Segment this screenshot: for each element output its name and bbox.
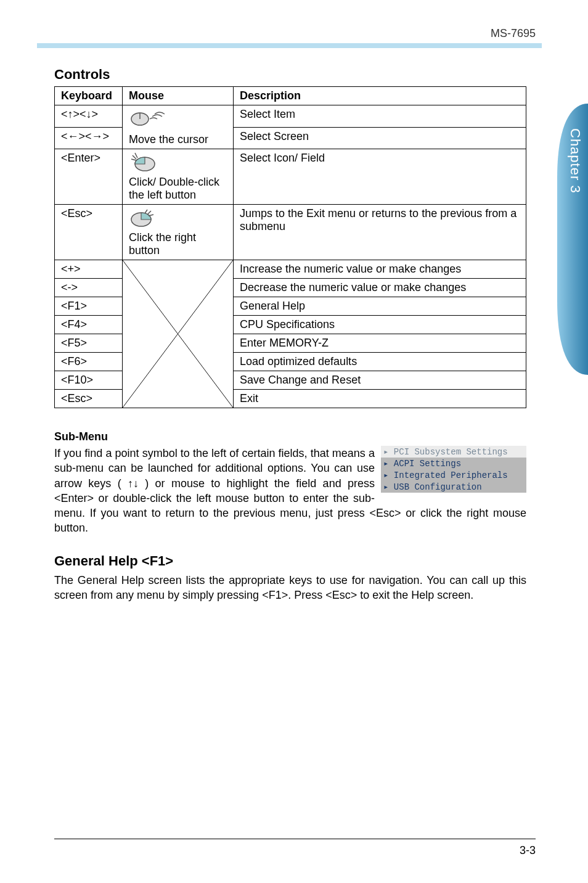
cell-mouse-rclick-label: Click the right button [129,231,196,257]
cell-key: <F4> [55,316,123,334]
cell-desc: Increase the numeric value or make chang… [234,260,526,279]
table-row: <+> Increase the numeric value or make c… [55,260,526,279]
table-row: <Esc> Click the right button Jumps to th… [55,205,526,260]
list-item: ▸ Integrated Peripherals [381,469,526,481]
cell-key: <Enter> [55,149,123,205]
page-footer: 3-3 [54,839,536,857]
cell-desc: Jumps to the Exit menu or returns to the… [234,205,526,260]
cell-mouse-click: Click/ Double-click the left button [123,149,234,205]
cell-desc: Decrease the numeric value or make chang… [234,279,526,297]
mouse-move-icon [129,108,166,133]
cell-desc: Enter MEMORY-Z [234,334,526,353]
submenu-block: ▸ PCI Subsystem Settings ▸ ACPI Settings… [54,446,526,536]
cell-key: <F1> [55,297,123,316]
doc-label: MS-7695 [491,27,536,40]
general-help-heading: General Help <F1> [54,553,526,569]
controls-table: Keyboard Mouse Description <↑><↓> [54,86,526,408]
cell-key: <Esc> [55,205,123,260]
cell-desc: Select Icon/ Field [234,149,526,205]
cell-desc: Load optimized defaults [234,353,526,371]
th-mouse: Mouse [123,87,234,105]
mouse-left-click-icon [129,152,157,176]
cell-key: <↑><↓> [55,105,123,128]
cell-desc: Select Screen [234,127,526,149]
cell-key: <F5> [55,334,123,353]
cell-na-graphic [123,260,234,408]
page-number: 3-3 [520,844,536,856]
submenu-list: ▸ PCI Subsystem Settings ▸ ACPI Settings… [381,446,526,493]
cell-desc: Exit [234,390,526,408]
table-header-row: Keyboard Mouse Description [55,87,526,105]
cell-desc: Save Change and Reset [234,371,526,390]
cell-desc: General Help [234,297,526,316]
cell-desc: Select Item [234,105,526,128]
submenu-heading: Sub-Menu [54,430,526,443]
table-row: <↑><↓> Move the cursor Select Item [55,105,526,128]
controls-heading: Controls [54,67,526,83]
chapter-tab-label: Chapter 3 [563,128,583,252]
cell-key: <-> [55,279,123,297]
list-item: ▸ PCI Subsystem Settings [381,446,526,458]
cell-mouse-move: Move the cursor [123,105,234,149]
cell-mouse-click-label: Click/ Double-click the left button [129,176,219,201]
mouse-right-click-icon [129,207,157,231]
cell-desc: CPU Specifications [234,316,526,334]
cell-key: <Esc> [55,390,123,408]
cell-mouse-move-label: Move the cursor [129,133,208,146]
cell-key: <F6> [55,353,123,371]
cell-key: <←><→> [55,127,123,149]
cell-key: <+> [55,260,123,279]
cell-mouse-rclick: Click the right button [123,205,234,260]
list-item: ▸ ACPI Settings [381,458,526,469]
header-separator [37,43,542,48]
th-description: Description [234,87,526,105]
table-row: <Enter> Click/ Double-click the left but… [55,149,526,205]
cell-key: <F10> [55,371,123,390]
th-keyboard: Keyboard [55,87,123,105]
general-help-text: The General Help screen lists the approp… [54,573,526,603]
list-item: ▸ USB Configuration [381,481,526,493]
